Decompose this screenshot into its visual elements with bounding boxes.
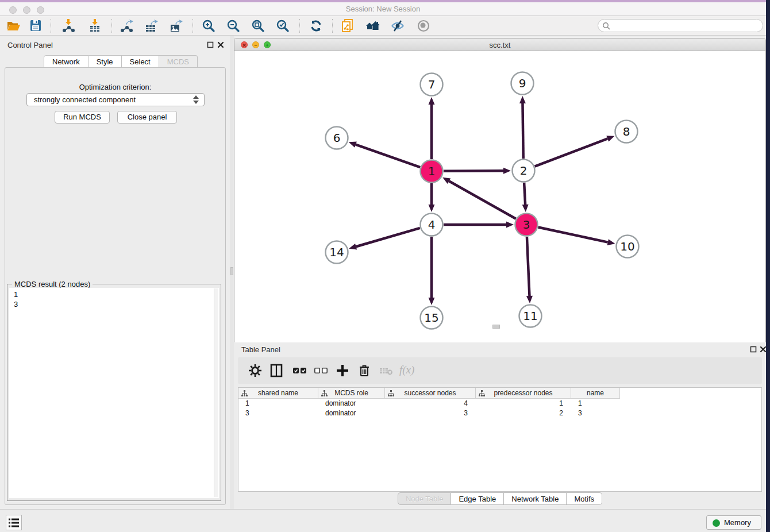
graph-edge-2-8[interactable] <box>535 138 608 166</box>
network-resize-grip[interactable] <box>492 325 500 329</box>
table-row[interactable]: 3dominator323 <box>238 408 620 418</box>
tab-node-table[interactable]: Node Table <box>398 492 452 505</box>
result-scrollbar[interactable] <box>214 288 218 497</box>
graph-edge-arrowhead <box>503 168 511 174</box>
main-toolbar <box>0 16 766 36</box>
table-cell[interactable]: 3 <box>385 408 476 418</box>
graph-edge-3-10[interactable] <box>538 227 608 242</box>
graph-edge-arrowhead <box>349 141 357 147</box>
show-column-icon[interactable] <box>270 364 283 377</box>
float-panel-icon[interactable] <box>207 41 214 48</box>
close-panel-icon[interactable] <box>217 41 224 48</box>
table-cell[interactable]: 1 <box>238 399 318 408</box>
table-cell[interactable]: 2 <box>476 408 571 418</box>
table-cell[interactable]: dominator <box>318 408 385 418</box>
column-header-predecessor-nodes[interactable]: predecessor nodes <box>476 388 571 399</box>
column-header-successor-nodes[interactable]: successor nodes <box>385 388 476 399</box>
panel-splitter[interactable] <box>230 36 234 509</box>
control-panel-tabs: Network Style Select MCDS <box>44 55 198 68</box>
table-header-row: shared nameMCDS rolesuccessor nodesprede… <box>238 388 620 399</box>
graph-edge-3-1[interactable] <box>449 181 515 219</box>
graph-edge-1-2[interactable] <box>444 171 503 171</box>
table-cell[interactable]: 3 <box>571 408 620 418</box>
show-all-eye-icon[interactable] <box>416 18 431 33</box>
table-cell[interactable]: 1 <box>571 399 620 408</box>
save-session-icon[interactable] <box>28 18 43 33</box>
export-network-icon[interactable] <box>119 18 134 33</box>
deselect-all-icon[interactable] <box>313 364 329 377</box>
tab-style[interactable]: Style <box>88 55 122 68</box>
delete-row-trash-icon[interactable] <box>357 364 371 377</box>
zoom-in-icon[interactable] <box>201 18 216 33</box>
graph-edge-arrowhead <box>429 205 435 212</box>
optimization-criterion-label: Optimization criterion: <box>5 83 225 91</box>
zoom-selected-icon[interactable] <box>275 18 290 33</box>
graph-node-label: 15 <box>424 311 438 325</box>
graph-edge-arrowhead <box>429 97 435 105</box>
table-panel-title: Table Panel <box>241 345 280 354</box>
table-cell[interactable]: 3 <box>238 408 318 418</box>
hide-selected-eye-icon[interactable] <box>390 18 405 33</box>
control-panel-title: Control Panel <box>7 41 53 49</box>
graph-edge-2-3[interactable] <box>524 183 525 205</box>
tab-network-table[interactable]: Network Table <box>504 492 567 505</box>
column-header-shared-name[interactable]: shared name <box>238 388 318 399</box>
tree-icon <box>388 390 394 397</box>
zoom-fit-icon[interactable] <box>251 18 265 33</box>
graph-node-label: 4 <box>428 218 436 232</box>
criterion-dropdown[interactable]: strongly connected component <box>26 93 205 106</box>
select-all-icon[interactable] <box>292 364 308 377</box>
table-options-gear-icon[interactable] <box>248 364 262 377</box>
home-neighbors-icon[interactable] <box>365 18 380 33</box>
tab-motifs[interactable]: Motifs <box>567 492 602 505</box>
refresh-view-icon[interactable] <box>309 18 324 33</box>
memory-button[interactable]: Memory <box>706 515 761 530</box>
network-canvas[interactable]: 7968124314101511 <box>234 51 765 342</box>
zoom-out-icon[interactable] <box>226 18 241 33</box>
tab-edge-table[interactable]: Edge Table <box>451 492 504 505</box>
graph-edge-2-9[interactable] <box>522 103 523 159</box>
add-row-icon[interactable] <box>336 364 349 377</box>
run-mcds-button[interactable]: Run MCDS <box>55 111 110 124</box>
mcds-result-text[interactable]: 1 3 <box>9 288 219 498</box>
window-top-strip <box>0 0 766 2</box>
delete-table-icon[interactable] <box>379 364 394 377</box>
column-header-MCDS-role[interactable]: MCDS role <box>318 388 385 399</box>
clone-network-icon[interactable] <box>340 18 355 33</box>
search-input[interactable] <box>613 21 757 30</box>
export-image-icon[interactable] <box>168 18 183 33</box>
open-session-icon[interactable] <box>6 18 21 33</box>
table-row[interactable]: 1dominator411 <box>238 399 620 408</box>
table-cell[interactable]: 4 <box>385 399 476 408</box>
table-tabs: Node Table Edge Table Network Table Moti… <box>234 492 766 505</box>
graph-edge-3-11[interactable] <box>527 237 530 296</box>
import-table-icon[interactable] <box>87 18 102 33</box>
graph-edge-arrowhead <box>526 296 533 303</box>
graph-edge-4-14[interactable] <box>356 228 420 246</box>
column-header-name[interactable]: name <box>571 388 620 399</box>
export-table-icon[interactable] <box>144 18 159 33</box>
search-icon <box>602 22 611 30</box>
graph-node-label: 3 <box>523 218 530 232</box>
status-bar: Memory <box>0 509 766 532</box>
column-header-label: successor nodes <box>404 389 456 397</box>
graph-edge-1-6[interactable] <box>356 145 420 167</box>
tab-mcds[interactable]: MCDS <box>159 55 198 68</box>
close-panel-button[interactable]: Close panel <box>117 111 177 124</box>
task-history-button[interactable] <box>6 515 22 530</box>
tab-select[interactable]: Select <box>122 55 159 68</box>
tab-network[interactable]: Network <box>44 55 88 68</box>
import-network-icon[interactable] <box>61 18 76 33</box>
memory-label: Memory <box>724 518 751 527</box>
toolbar-separator <box>299 19 300 33</box>
table-cell[interactable]: 1 <box>476 399 571 408</box>
tree-icon <box>479 390 485 397</box>
search-field[interactable] <box>598 19 763 32</box>
function-builder-icon[interactable]: f(x) <box>399 364 414 377</box>
table-cell[interactable]: dominator <box>318 399 385 408</box>
main-window: Session: New Session <box>0 0 766 532</box>
network-window-titlebar: ✕ − + scc.txt <box>234 38 765 51</box>
graph-node-label: 2 <box>520 164 528 178</box>
table-float-icon[interactable] <box>750 346 757 353</box>
splitter-grip[interactable] <box>230 267 233 275</box>
